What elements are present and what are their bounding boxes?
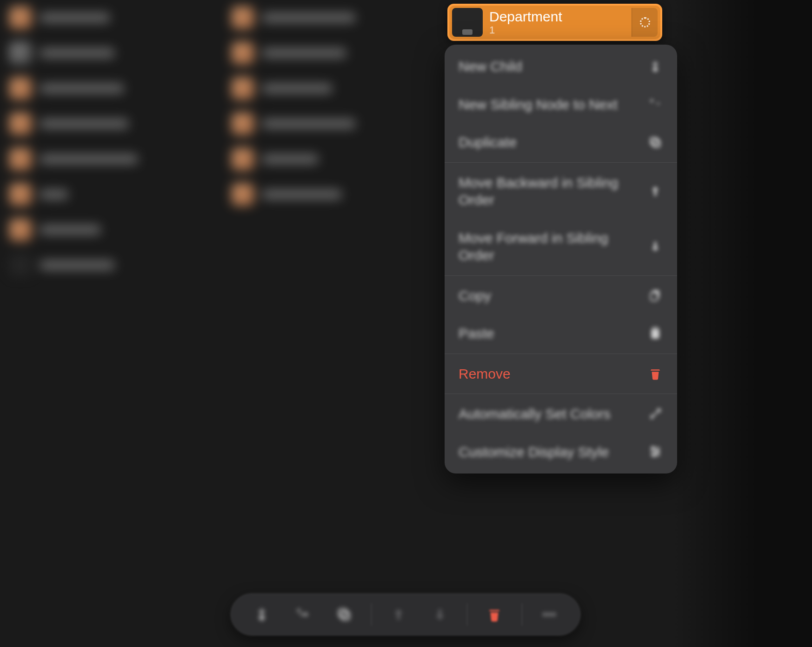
menu-copy[interactable]: Copy: [445, 277, 677, 315]
menu-duplicate[interactable]: Duplicate: [445, 123, 677, 161]
svg-rect-3: [651, 293, 658, 301]
context-menu: New Child New Sibling Node to Next Dupli…: [445, 45, 677, 474]
loading-icon: [640, 17, 650, 27]
menu-label: Duplicate: [459, 133, 517, 151]
menu-move-forward[interactable]: Move Forward in Sibling Order: [445, 219, 677, 274]
tool-move-down[interactable]: [426, 600, 454, 628]
sliders-icon: [647, 444, 663, 460]
department-title: Department: [489, 9, 625, 24]
department-expand-button[interactable]: [632, 8, 658, 37]
toolbar-divider: [522, 603, 522, 626]
svg-point-7: [657, 451, 659, 453]
duplicate-icon: [647, 134, 663, 150]
tool-duplicate[interactable]: [330, 600, 358, 628]
toolbar-divider: [467, 603, 467, 626]
svg-rect-0: [651, 138, 658, 145]
menu-new-child[interactable]: New Child: [445, 47, 677, 86]
svg-point-12: [548, 613, 551, 616]
menu-divider: [445, 162, 677, 163]
svg-point-8: [653, 454, 655, 456]
menu-label: Move Backward in Sibling Order: [459, 174, 626, 209]
menu-label: Customize Display Style: [459, 443, 609, 461]
sparkle-right-icon: [647, 96, 663, 112]
background-list-col-1: [0, 0, 219, 283]
tool-new-child[interactable]: [248, 600, 276, 628]
menu-divider: [445, 354, 677, 354]
svg-point-11: [543, 613, 546, 616]
tool-more[interactable]: [535, 600, 563, 628]
department-count: 1: [489, 24, 625, 36]
menu-customize-style[interactable]: Customize Display Style: [445, 433, 677, 471]
menu-label: Paste: [459, 325, 494, 342]
arrow-down-icon: [647, 239, 663, 254]
svg-point-13: [552, 613, 555, 616]
menu-remove[interactable]: Remove: [445, 355, 677, 393]
svg-rect-5: [653, 327, 658, 330]
menu-label: Copy: [459, 287, 491, 305]
sparkle-down-icon: [647, 59, 663, 74]
menu-label: Move Forward in Sibling Order: [459, 229, 626, 264]
svg-rect-1: [653, 140, 660, 147]
background-list-col-2: [222, 0, 441, 212]
arrow-up-icon: [647, 183, 663, 199]
menu-auto-colors[interactable]: Automatically Set Colors: [445, 395, 677, 433]
svg-rect-10: [341, 612, 349, 620]
trash-icon: [647, 366, 663, 381]
menu-paste[interactable]: Paste: [445, 314, 677, 353]
department-card[interactable]: Department 1: [447, 4, 662, 41]
svg-point-6: [652, 447, 654, 449]
menu-label: Automatically Set Colors: [459, 405, 611, 423]
tool-remove[interactable]: [480, 600, 508, 628]
menu-divider: [445, 275, 677, 276]
svg-rect-9: [339, 609, 346, 617]
tool-new-sibling[interactable]: [289, 600, 317, 628]
toolbar-divider: [371, 603, 372, 626]
menu-divider: [445, 394, 677, 394]
paste-icon: [647, 326, 663, 341]
menu-label: New Sibling Node to Next: [459, 96, 618, 113]
menu-label: Remove: [459, 365, 511, 383]
copy-icon: [647, 287, 663, 303]
right-gradient: [672, 0, 812, 647]
tool-move-up[interactable]: [385, 600, 413, 628]
menu-move-backward[interactable]: Move Backward in Sibling Order: [445, 164, 677, 219]
bottom-toolbar: [231, 594, 580, 635]
menu-label: New Child: [459, 58, 522, 75]
wand-icon: [647, 406, 663, 422]
menu-new-sibling[interactable]: New Sibling Node to Next: [445, 86, 677, 124]
department-thumbnail: [452, 8, 483, 37]
